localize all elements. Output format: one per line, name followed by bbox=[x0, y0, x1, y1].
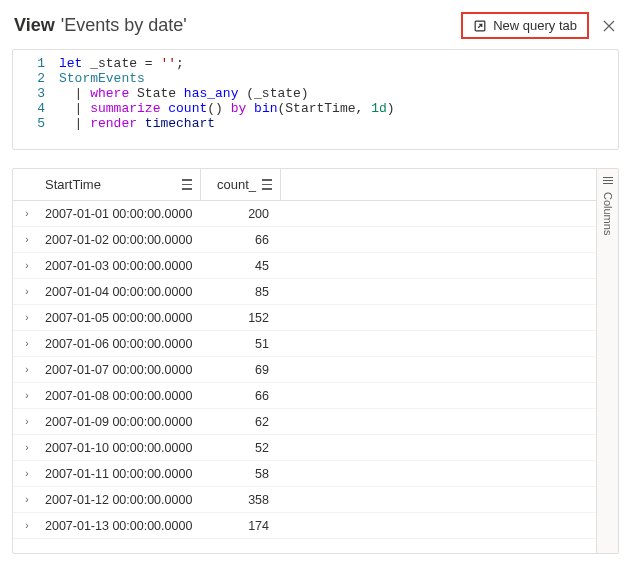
title-name: 'Events by date' bbox=[61, 15, 187, 36]
cell-count: 152 bbox=[201, 311, 281, 325]
cell-starttime: 2007-01-13 00:00:00.0000 bbox=[41, 519, 201, 533]
table-row[interactable]: ›2007-01-09 00:00:00.000062 bbox=[13, 409, 596, 435]
table-row[interactable]: ›2007-01-04 00:00:00.000085 bbox=[13, 279, 596, 305]
column-header-count-label: count_ bbox=[217, 177, 256, 192]
expand-row-icon[interactable]: › bbox=[13, 416, 41, 427]
code-content[interactable]: | summarize count() by bin(StartTime, 1d… bbox=[59, 101, 395, 116]
results-grid: StartTime count_ ›2007-01-01 00:00:00.00… bbox=[13, 169, 596, 553]
cell-count: 174 bbox=[201, 519, 281, 533]
expand-row-icon[interactable]: › bbox=[13, 338, 41, 349]
expand-row-icon[interactable]: › bbox=[13, 208, 41, 219]
table-row[interactable]: ›2007-01-03 00:00:00.000045 bbox=[13, 253, 596, 279]
table-row[interactable]: ›2007-01-08 00:00:00.000066 bbox=[13, 383, 596, 409]
grid-body[interactable]: ›2007-01-01 00:00:00.0000200›2007-01-02 … bbox=[13, 201, 596, 553]
close-button[interactable] bbox=[599, 16, 619, 36]
cell-count: 51 bbox=[201, 337, 281, 351]
column-menu-icon[interactable] bbox=[182, 178, 192, 191]
table-row[interactable]: ›2007-01-12 00:00:00.0000358 bbox=[13, 487, 596, 513]
columns-sidebar-tab[interactable]: Columns bbox=[596, 169, 618, 553]
query-editor[interactable]: 1let _state = '';2StormEvents3 | where S… bbox=[12, 49, 619, 150]
cell-starttime: 2007-01-02 00:00:00.0000 bbox=[41, 233, 201, 247]
cell-starttime: 2007-01-07 00:00:00.0000 bbox=[41, 363, 201, 377]
column-header-starttime[interactable]: StartTime bbox=[41, 169, 201, 200]
code-line: 1let _state = ''; bbox=[13, 56, 618, 71]
table-row[interactable]: ›2007-01-11 00:00:00.000058 bbox=[13, 461, 596, 487]
cell-starttime: 2007-01-05 00:00:00.0000 bbox=[41, 311, 201, 325]
expand-row-icon[interactable]: › bbox=[13, 494, 41, 505]
cell-count: 66 bbox=[201, 389, 281, 403]
cell-starttime: 2007-01-12 00:00:00.0000 bbox=[41, 493, 201, 507]
cell-starttime: 2007-01-04 00:00:00.0000 bbox=[41, 285, 201, 299]
cell-starttime: 2007-01-06 00:00:00.0000 bbox=[41, 337, 201, 351]
line-number: 5 bbox=[13, 116, 59, 131]
expand-row-icon[interactable]: › bbox=[13, 520, 41, 531]
cell-starttime: 2007-01-08 00:00:00.0000 bbox=[41, 389, 201, 403]
close-icon bbox=[603, 20, 615, 32]
code-line: 5 | render timechart bbox=[13, 116, 618, 131]
expand-row-icon[interactable]: › bbox=[13, 364, 41, 375]
open-in-new-icon bbox=[473, 19, 487, 33]
header-actions: New query tab bbox=[461, 12, 619, 39]
cell-count: 62 bbox=[201, 415, 281, 429]
expand-row-icon[interactable]: › bbox=[13, 286, 41, 297]
cell-count: 200 bbox=[201, 207, 281, 221]
cell-count: 69 bbox=[201, 363, 281, 377]
code-line: 2StormEvents bbox=[13, 71, 618, 86]
cell-starttime: 2007-01-11 00:00:00.0000 bbox=[41, 467, 201, 481]
cell-starttime: 2007-01-01 00:00:00.0000 bbox=[41, 207, 201, 221]
column-header-starttime-label: StartTime bbox=[45, 177, 101, 192]
code-line: 3 | where State has_any (_state) bbox=[13, 86, 618, 101]
expand-row-icon[interactable]: › bbox=[13, 468, 41, 479]
table-row[interactable]: ›2007-01-06 00:00:00.000051 bbox=[13, 331, 596, 357]
code-line: 4 | summarize count() by bin(StartTime, … bbox=[13, 101, 618, 116]
cell-count: 45 bbox=[201, 259, 281, 273]
expand-row-icon[interactable]: › bbox=[13, 442, 41, 453]
cell-count: 58 bbox=[201, 467, 281, 481]
table-row[interactable]: ›2007-01-10 00:00:00.000052 bbox=[13, 435, 596, 461]
view-panel: View 'Events by date' New query tab 1let… bbox=[0, 0, 631, 566]
cell-starttime: 2007-01-10 00:00:00.0000 bbox=[41, 441, 201, 455]
code-content[interactable]: StormEvents bbox=[59, 71, 145, 86]
column-header-count[interactable]: count_ bbox=[201, 169, 281, 200]
cell-starttime: 2007-01-09 00:00:00.0000 bbox=[41, 415, 201, 429]
expand-row-icon[interactable]: › bbox=[13, 312, 41, 323]
expand-row-icon[interactable]: › bbox=[13, 234, 41, 245]
title-prefix: View bbox=[14, 15, 55, 36]
table-row[interactable]: ›2007-01-01 00:00:00.0000200 bbox=[13, 201, 596, 227]
expand-row-icon[interactable]: › bbox=[13, 260, 41, 271]
cell-count: 358 bbox=[201, 493, 281, 507]
columns-icon bbox=[603, 175, 613, 186]
line-number: 1 bbox=[13, 56, 59, 71]
line-number: 4 bbox=[13, 101, 59, 116]
column-menu-icon[interactable] bbox=[262, 178, 272, 191]
columns-sidebar-label: Columns bbox=[602, 192, 614, 235]
panel-header: View 'Events by date' New query tab bbox=[12, 8, 619, 49]
new-query-tab-label: New query tab bbox=[493, 18, 577, 33]
cell-count: 66 bbox=[201, 233, 281, 247]
panel-title: View 'Events by date' bbox=[14, 15, 187, 36]
expand-row-icon[interactable]: › bbox=[13, 390, 41, 401]
code-content[interactable]: | where State has_any (_state) bbox=[59, 86, 309, 101]
new-query-tab-button[interactable]: New query tab bbox=[461, 12, 589, 39]
cell-count: 52 bbox=[201, 441, 281, 455]
results-panel: StartTime count_ ›2007-01-01 00:00:00.00… bbox=[12, 168, 619, 554]
line-number: 3 bbox=[13, 86, 59, 101]
table-row[interactable]: ›2007-01-13 00:00:00.0000174 bbox=[13, 513, 596, 539]
cell-count: 85 bbox=[201, 285, 281, 299]
cell-starttime: 2007-01-03 00:00:00.0000 bbox=[41, 259, 201, 273]
code-content[interactable]: let _state = ''; bbox=[59, 56, 184, 71]
table-row[interactable]: ›2007-01-05 00:00:00.0000152 bbox=[13, 305, 596, 331]
grid-header: StartTime count_ bbox=[13, 169, 596, 201]
table-row[interactable]: ›2007-01-02 00:00:00.000066 bbox=[13, 227, 596, 253]
line-number: 2 bbox=[13, 71, 59, 86]
table-row[interactable]: ›2007-01-07 00:00:00.000069 bbox=[13, 357, 596, 383]
code-content[interactable]: | render timechart bbox=[59, 116, 215, 131]
